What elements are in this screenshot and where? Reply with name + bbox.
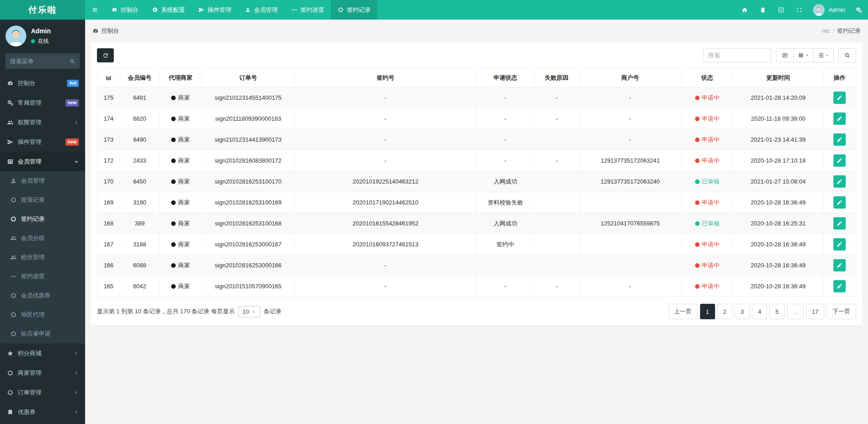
sidebar-item-优惠券[interactable]: 优惠券 [0, 402, 85, 422]
page-button-4[interactable]: 4 [752, 304, 767, 319]
column-header-代理商家[interactable]: 代理商家 [159, 69, 202, 87]
page-button-17[interactable]: 17 [806, 304, 824, 319]
detail-view-button[interactable] [776, 48, 794, 62]
edit-button[interactable] [833, 217, 846, 230]
ellipsis-pages: ... [787, 304, 804, 319]
sidebar-subitem-粉丝管理[interactable]: 粉丝管理 [0, 248, 85, 267]
cell-merchant-no: - [579, 276, 681, 297]
edit-button[interactable] [833, 238, 846, 250]
settings-button[interactable] [850, 0, 868, 20]
sidebar-item-控制台[interactable]: 控制台hot [0, 73, 85, 93]
nav-tab-控制台[interactable]: 控制台 [105, 0, 145, 20]
sidebar-subitem-签约进度[interactable]: 签约进度 [0, 267, 85, 286]
sidebar-subitem-会员优惠券[interactable]: 会员优惠券 [0, 286, 85, 305]
column-header-订单号[interactable]: 订单号 [202, 69, 294, 87]
brand-logo[interactable]: 付乐啦 [0, 0, 85, 20]
agent-label: 商家 [178, 241, 190, 248]
chevron-down-icon [74, 159, 79, 164]
edit-button[interactable] [833, 154, 846, 167]
prev-page-button[interactable]: 上一页 [668, 304, 698, 319]
agent-label: 商家 [178, 115, 190, 122]
table-search-input[interactable] [703, 48, 772, 62]
edit-button[interactable] [833, 259, 846, 271]
nav-tab-插件管理[interactable]: 插件管理 [192, 0, 238, 20]
export-dropdown-button[interactable] [814, 48, 834, 62]
page-button-1[interactable]: 1 [700, 304, 715, 319]
column-header-申请状态[interactable]: 申请状态 [477, 69, 534, 87]
nav-tab-签约记录[interactable]: 签约记录 [331, 0, 377, 20]
edit-button[interactable] [833, 196, 846, 209]
cell-sign-no-value: - [385, 283, 386, 290]
columns-dropdown-button[interactable] [794, 48, 814, 62]
sidebar-item-插件管理[interactable]: 插件管理new [0, 132, 85, 152]
column-header-操作[interactable]: 操作 [823, 69, 856, 87]
sidebar-subitem-地区代理[interactable]: 地区代理 [0, 305, 85, 324]
star-icon [6, 350, 14, 357]
search-icon[interactable] [69, 58, 75, 64]
edit-button[interactable] [833, 112, 846, 125]
sidebar-subitem-会员分组[interactable]: 会员分组 [0, 229, 85, 248]
sidebar-subitem-签约记录[interactable]: 签约记录 [0, 209, 85, 229]
next-page-button[interactable]: 下一页 [827, 304, 856, 319]
sidebar-subitem-提现记录[interactable]: 提现记录 [0, 190, 85, 209]
status-dot-icon [695, 179, 700, 184]
nav-tab-签约进度[interactable]: 签约进度 [284, 0, 331, 20]
trash-button[interactable] [754, 0, 772, 20]
circle-icon [10, 197, 17, 203]
nav-tab-会员管理[interactable]: 会员管理 [238, 0, 284, 20]
agent-label: 商家 [178, 199, 190, 206]
cell-order-no: sign20102816253000167 [202, 234, 294, 255]
breadcrumb-parent[interactable]: mc [822, 27, 830, 34]
breadcrumb: mc/签约记录 [822, 27, 861, 35]
sidebar-item-订单管理[interactable]: 订单管理 [0, 383, 85, 402]
sidebar-item-常规管理[interactable]: 常规管理new [0, 93, 85, 112]
send-icon [6, 139, 14, 145]
sidebar-toggle-button[interactable] [85, 0, 105, 20]
column-header-签约号[interactable]: 签约号 [294, 69, 477, 87]
cell-merchant-no-value: - [629, 94, 631, 101]
search-icon [844, 52, 850, 58]
column-header-Id[interactable]: Id [97, 69, 120, 87]
edit-button[interactable] [833, 133, 846, 146]
content-header: 控制台 mc/签约记录 [85, 20, 868, 41]
sidebar-item-权限管理[interactable]: 权限管理 [0, 112, 85, 132]
cell-member-no-value: 3190 [133, 199, 146, 206]
cell-fail-reason: - [534, 108, 579, 129]
sidebar-subitem-拓店者申请[interactable]: 拓店者申请 [0, 324, 85, 343]
page-button-2[interactable]: 2 [717, 304, 732, 319]
edit-button[interactable] [833, 92, 846, 104]
cell-id: 174 [97, 108, 120, 129]
table-row: 1666088商家sign20102816253000166-申请中2020-1… [97, 255, 856, 276]
column-header-更新时间[interactable]: 更新时间 [733, 69, 823, 87]
sidebar-subitem-会员管理[interactable]: 会员管理 [0, 171, 85, 190]
column-header-商户号[interactable]: 商户号 [579, 69, 681, 87]
search-toggle-button[interactable] [838, 48, 856, 62]
edit-button[interactable] [833, 280, 846, 292]
column-header-失败原因[interactable]: 失败原因 [534, 69, 579, 87]
refresh-button[interactable] [97, 48, 114, 62]
sidebar-item-商家管理[interactable]: 商家管理 [0, 363, 85, 383]
sidebar-item-积分商城[interactable]: 积分商城 [0, 343, 85, 363]
gear-icon [152, 7, 158, 13]
user-status: 在线 [31, 37, 51, 45]
home-button[interactable] [736, 0, 754, 20]
user-icon [10, 178, 17, 184]
column-header-会员编号[interactable]: 会员编号 [120, 69, 160, 87]
cell-status: 申请中 [681, 255, 733, 276]
sidebar-item-会员管理[interactable]: 会员管理 [0, 152, 85, 171]
expand-button[interactable] [790, 0, 808, 20]
page-size-dropdown[interactable]: 10 [238, 306, 260, 317]
language-button[interactable]: 文 [772, 0, 790, 20]
cell-status: 已审核 [681, 213, 733, 234]
column-header-状态[interactable]: 状态 [681, 69, 733, 87]
page-button-5[interactable]: 5 [769, 304, 784, 319]
cell-order-no: sign21012314551400175 [202, 87, 294, 108]
navbar-user-menu[interactable]: Admin [808, 4, 850, 16]
cell-fail-reason-value: - [556, 157, 558, 164]
cell-agent: 商家 [159, 255, 202, 276]
page-button-3[interactable]: 3 [735, 304, 750, 319]
sidebar-search-input[interactable] [10, 58, 69, 65]
nav-tab-系统配置[interactable]: 系统配置 [145, 0, 192, 20]
edit-button[interactable] [833, 175, 846, 188]
table-row: 1656042商家sign20101510570900165----申请中202… [97, 276, 856, 297]
